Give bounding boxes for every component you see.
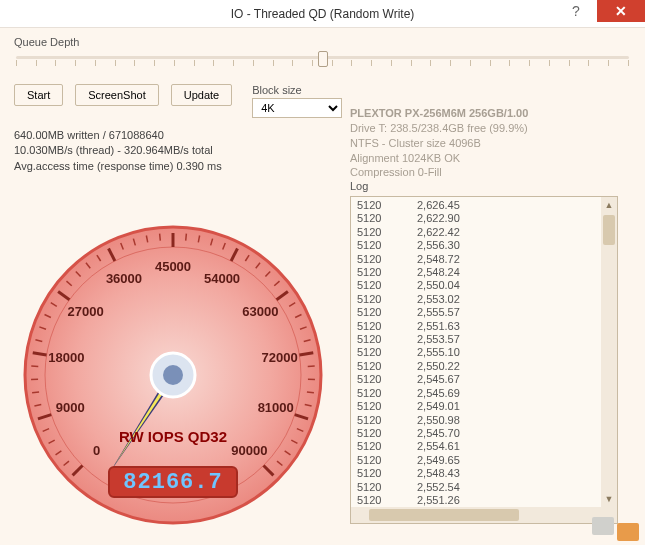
title-bar: IO - Threaded QD (Random Write) ? ✕ bbox=[0, 0, 645, 28]
drive-align: Alignment 1024KB OK bbox=[350, 151, 528, 166]
gauge-lcd-value: 82166.7 bbox=[108, 466, 238, 498]
svg-text:81000: 81000 bbox=[258, 400, 294, 415]
log-row: 51202,545.70 bbox=[357, 427, 611, 440]
svg-line-28 bbox=[186, 234, 187, 241]
log-row: 51202,551.26 bbox=[357, 494, 611, 507]
svg-line-45 bbox=[307, 392, 314, 393]
log-row: 51202,626.45 bbox=[357, 199, 611, 212]
start-button[interactable]: Start bbox=[14, 84, 63, 106]
update-button[interactable]: Update bbox=[171, 84, 232, 106]
log-row: 51202,553.57 bbox=[357, 333, 611, 346]
log-box[interactable]: 51202,626.4551202,622.9051202,622.425120… bbox=[350, 196, 618, 524]
iops-gauge: 0900018000270003600045000540006300072000… bbox=[18, 220, 328, 530]
window-title: IO - Threaded QD (Random Write) bbox=[231, 7, 415, 21]
drive-free: Drive T: 238.5/238.4GB free (99.9%) bbox=[350, 121, 528, 136]
svg-text:27000: 27000 bbox=[68, 304, 104, 319]
log-row: 51202,549.01 bbox=[357, 400, 611, 413]
stats-block: 640.00MB written / 671088640 10.030MB/s … bbox=[14, 128, 631, 174]
log-row: 51202,622.90 bbox=[357, 212, 611, 225]
log-row: 51202,555.10 bbox=[357, 346, 611, 359]
stat-throughput: 10.030MB/s (thread) - 320.964MB/s total bbox=[14, 143, 631, 158]
screenshot-button[interactable]: ScreenShot bbox=[75, 84, 158, 106]
slider-thumb[interactable] bbox=[318, 51, 328, 67]
close-button[interactable]: ✕ bbox=[597, 0, 645, 22]
log-row: 51202,545.67 bbox=[357, 373, 611, 386]
log-row: 51202,556.30 bbox=[357, 239, 611, 252]
log-row: 51202,551.63 bbox=[357, 320, 611, 333]
log-row: 51202,552.54 bbox=[357, 481, 611, 494]
log-row: 51202,622.42 bbox=[357, 226, 611, 239]
gauge-title: RW IOPS QD32 bbox=[18, 428, 328, 445]
log-row: 51202,550.22 bbox=[357, 360, 611, 373]
drive-compression: Compression 0-Fill bbox=[350, 165, 528, 180]
log-horizontal-scrollbar[interactable] bbox=[351, 507, 601, 523]
queue-depth-label: Queue Depth bbox=[14, 36, 631, 48]
log-label: Log bbox=[350, 180, 368, 192]
block-size-select[interactable]: 4K bbox=[252, 98, 342, 118]
svg-text:63000: 63000 bbox=[242, 304, 278, 319]
log-vertical-scrollbar[interactable]: ▲ ▼ bbox=[601, 197, 617, 507]
svg-text:36000: 36000 bbox=[106, 271, 142, 286]
svg-text:0: 0 bbox=[93, 443, 100, 458]
log-row: 51202,554.61 bbox=[357, 440, 611, 453]
svg-text:45000: 45000 bbox=[155, 259, 191, 274]
content: Queue Depth Start ScreenShot Update Bloc… bbox=[0, 28, 645, 545]
block-size-label: Block size bbox=[252, 84, 342, 96]
stat-written: 640.00MB written / 671088640 bbox=[14, 128, 631, 143]
watermark-icon bbox=[592, 523, 639, 541]
svg-point-67 bbox=[163, 365, 183, 385]
queue-depth-slider[interactable] bbox=[14, 50, 631, 74]
log-row: 51202,549.65 bbox=[357, 454, 611, 467]
scroll-up-icon[interactable]: ▲ bbox=[601, 197, 617, 213]
svg-text:9000: 9000 bbox=[56, 400, 85, 415]
hscroll-thumb[interactable] bbox=[369, 509, 519, 521]
log-row: 51202,550.04 bbox=[357, 279, 611, 292]
log-row: 51202,553.02 bbox=[357, 293, 611, 306]
log-row: 51202,545.69 bbox=[357, 387, 611, 400]
svg-line-26 bbox=[160, 234, 161, 241]
drive-info: PLEXTOR PX-256M6M 256GB/1.00 Drive T: 23… bbox=[350, 106, 528, 180]
log-row: 51202,548.24 bbox=[357, 266, 611, 279]
stat-access-time: Avg.access time (response time) 0.390 ms bbox=[14, 159, 631, 174]
svg-text:54000: 54000 bbox=[204, 271, 240, 286]
svg-text:18000: 18000 bbox=[48, 350, 84, 365]
log-row: 51202,548.43 bbox=[357, 467, 611, 480]
help-button[interactable]: ? bbox=[555, 0, 597, 22]
drive-model: PLEXTOR PX-256M6M 256GB/1.00 bbox=[350, 106, 528, 121]
log-row: 51202,548.72 bbox=[357, 253, 611, 266]
scroll-thumb[interactable] bbox=[603, 215, 615, 245]
svg-text:90000: 90000 bbox=[231, 443, 267, 458]
drive-fs: NTFS - Cluster size 4096B bbox=[350, 136, 528, 151]
svg-line-9 bbox=[32, 392, 39, 393]
log-row: 51202,550.98 bbox=[357, 414, 611, 427]
scroll-down-icon[interactable]: ▼ bbox=[601, 491, 617, 507]
log-row: 51202,555.57 bbox=[357, 306, 611, 319]
svg-text:72000: 72000 bbox=[262, 350, 298, 365]
